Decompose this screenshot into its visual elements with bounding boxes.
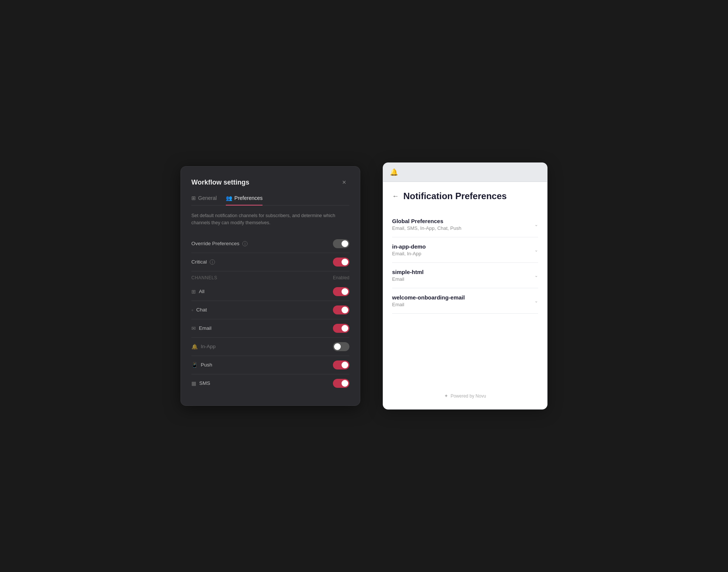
general-tab-label: General <box>198 195 217 201</box>
tabs-container: ⊞ General 👥 Preferences <box>191 195 349 206</box>
enabled-header-label: Enabled <box>333 275 349 280</box>
preference-simple-html-name: simple-html <box>392 269 530 275</box>
chevron-down-icon: ⌄ <box>534 222 538 227</box>
notif-topbar: 🔔 <box>383 163 547 182</box>
channel-all-row: ⊞ All <box>191 283 349 301</box>
notification-preferences-panel: 🔔 ← Notification Preferences Global Pref… <box>383 162 547 410</box>
inapp-channel-toggle[interactable] <box>333 342 349 351</box>
back-button[interactable]: ← <box>392 192 399 200</box>
push-channel-toggle[interactable] <box>333 360 349 369</box>
channel-sms-label: ▦ SMS <box>191 380 210 386</box>
channel-chat-row: ◦ Chat <box>191 301 349 319</box>
channel-push-row: 📱 Push <box>191 356 349 374</box>
channel-email-label: ✉ Email <box>191 325 212 331</box>
inapp-channel-icon: 🔔 <box>191 344 198 350</box>
preference-global[interactable]: Global Preferences Email, SMS, In-App, C… <box>392 212 538 237</box>
override-label: Override Preferences <box>191 241 239 246</box>
push-channel-label: Push <box>201 362 212 368</box>
all-toggle-thumb <box>342 288 348 295</box>
override-preferences-row: Override Preferences i <box>191 235 349 253</box>
channel-all-label: ⊞ All <box>191 289 204 295</box>
channel-inapp-row: 🔔 In-App <box>191 338 349 356</box>
critical-toggle[interactable] <box>333 258 349 267</box>
preference-simple-html[interactable]: simple-html Email ⌄ <box>392 263 538 288</box>
preference-global-name: Global Preferences <box>392 218 530 224</box>
preference-welcome-onboarding-info: welcome-onboarding-email Email <box>392 294 530 307</box>
channel-email-row: ✉ Email <box>191 319 349 338</box>
chevron-down-icon-2: ⌄ <box>534 247 538 253</box>
preference-welcome-onboarding[interactable]: welcome-onboarding-email Email ⌄ <box>392 288 538 314</box>
chevron-down-icon-4: ⌄ <box>534 298 538 304</box>
bell-icon: 🔔 <box>390 168 398 176</box>
chevron-down-icon-3: ⌄ <box>534 273 538 278</box>
critical-info-icon[interactable]: i <box>210 259 215 265</box>
critical-row: Critical i <box>191 253 349 271</box>
email-channel-toggle[interactable] <box>333 324 349 333</box>
general-tab-icon: ⊞ <box>191 195 196 201</box>
close-button[interactable]: × <box>339 177 349 188</box>
sms-channel-icon: ▦ <box>191 380 196 386</box>
panel-header: Workflow settings × <box>191 177 349 188</box>
powered-by-text: Powered by Novu <box>451 393 486 399</box>
channels-header: Channels Enabled <box>191 271 349 283</box>
all-channel-icon: ⊞ <box>191 289 196 295</box>
preference-inapp-demo-channels: Email, In-App <box>392 251 530 256</box>
preference-global-channels: Email, SMS, In-App, Chat, Push <box>392 225 530 231</box>
channel-sms-row: ▦ SMS <box>191 374 349 392</box>
preference-inapp-demo-name: in-app-demo <box>392 243 530 250</box>
preference-inapp-demo-info: in-app-demo Email, In-App <box>392 243 530 256</box>
override-toggle[interactable] <box>333 239 349 248</box>
override-label-group: Override Preferences i <box>191 241 248 246</box>
chat-channel-label: Chat <box>196 307 207 313</box>
chat-channel-toggle[interactable] <box>333 305 349 314</box>
preference-welcome-onboarding-name: welcome-onboarding-email <box>392 294 530 301</box>
preference-simple-html-info: simple-html Email <box>392 269 530 282</box>
email-channel-label: Email <box>199 325 212 331</box>
panel-title: Workflow settings <box>191 179 249 186</box>
sms-channel-label: SMS <box>199 380 210 386</box>
sms-toggle-thumb <box>342 380 348 387</box>
notif-content: ← Notification Preferences Global Prefer… <box>383 182 547 409</box>
all-channel-label: All <box>199 289 204 294</box>
workflow-settings-panel: Workflow settings × ⊞ General 👥 Preferen… <box>181 166 360 406</box>
email-toggle-thumb <box>342 325 348 332</box>
email-channel-icon: ✉ <box>191 325 196 331</box>
inapp-toggle-thumb <box>334 343 341 350</box>
chat-toggle-thumb <box>342 307 348 313</box>
push-channel-icon: 📱 <box>191 362 198 368</box>
preference-welcome-onboarding-channels: Email <box>392 302 530 307</box>
inapp-channel-label: In-App <box>201 344 216 349</box>
channel-chat-label: ◦ Chat <box>191 307 207 313</box>
notif-header: ← Notification Preferences <box>392 191 538 201</box>
critical-label-group: Critical i <box>191 259 215 265</box>
channel-inapp-label: 🔔 In-App <box>191 344 216 350</box>
preferences-tab-label: Preferences <box>234 195 263 201</box>
preference-inapp-demo[interactable]: in-app-demo Email, In-App ⌄ <box>392 237 538 263</box>
channels-header-label: Channels <box>191 275 217 280</box>
override-toggle-thumb <box>342 240 348 247</box>
critical-label: Critical <box>191 259 207 265</box>
push-toggle-thumb <box>342 362 348 368</box>
novu-logo-icon: ✦ <box>444 393 448 399</box>
sms-channel-toggle[interactable] <box>333 379 349 388</box>
critical-toggle-thumb <box>342 259 348 265</box>
tab-general[interactable]: ⊞ General <box>191 195 217 206</box>
preferences-tab-icon: 👥 <box>226 195 232 201</box>
notif-title: Notification Preferences <box>403 191 507 201</box>
override-info-icon[interactable]: i <box>242 241 248 246</box>
description-text: Set default notification channels for su… <box>191 212 349 226</box>
preference-global-info: Global Preferences Email, SMS, In-App, C… <box>392 218 530 231</box>
preference-simple-html-channels: Email <box>392 276 530 282</box>
all-channel-toggle[interactable] <box>333 287 349 296</box>
channel-push-label: 📱 Push <box>191 362 212 368</box>
powered-by: ✦ Powered by Novu <box>392 387 538 402</box>
chat-channel-icon: ◦ <box>191 307 193 313</box>
tab-preferences[interactable]: 👥 Preferences <box>226 195 263 206</box>
